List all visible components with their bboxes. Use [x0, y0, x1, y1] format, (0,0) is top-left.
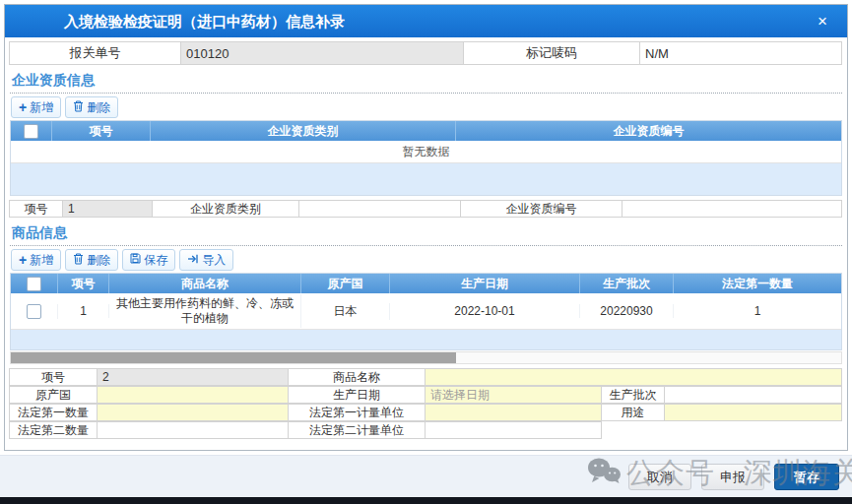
usage-label: 用途	[601, 404, 665, 421]
qual-category-input[interactable]	[298, 200, 461, 218]
save-draft-button[interactable]: 暂存	[774, 464, 839, 490]
qual-item-no-input[interactable]: 1	[62, 200, 153, 218]
cancel-button[interactable]: 取消	[628, 464, 691, 490]
legal-unit2-label: 法定第二计量单位	[288, 421, 426, 439]
legal-qty2-input[interactable]	[97, 421, 289, 439]
horizontal-scrollbar[interactable]	[10, 351, 842, 364]
qualification-add-button[interactable]: + 新增	[11, 96, 61, 118]
production-batch-input[interactable]	[664, 386, 842, 404]
empty-filler	[601, 421, 842, 439]
cell-item-no: 1	[58, 304, 109, 318]
col-qualification-number: 企业资质编号	[456, 121, 841, 141]
item-no-input[interactable]: 2	[97, 368, 289, 386]
import-label: 导入	[202, 252, 226, 269]
add-label: 新增	[30, 252, 53, 269]
qual-number-input[interactable]	[622, 200, 842, 218]
qualification-delete-button[interactable]: 删除	[65, 96, 118, 118]
qualification-section-title: 企业资质信息	[10, 65, 842, 94]
plus-icon: +	[19, 101, 27, 113]
production-batch-label: 生产批次	[601, 386, 665, 404]
cell-legal-qty1: 1	[674, 304, 841, 318]
qual-item-no-label: 项号	[9, 200, 63, 218]
qualification-grid: 项号 企业资质类别 企业资质编号 暂无数据	[10, 120, 842, 196]
goods-grid-filler	[11, 330, 841, 349]
dialog-title: 入境检验检疫证明（进口中药材）信息补录	[64, 13, 345, 30]
footer-bar: 取消 申报 暂存	[0, 455, 852, 498]
qual-category-label: 企业资质类别	[152, 200, 299, 218]
declaration-header-row: 报关单号 010120 标记唛码 N/M	[10, 41, 842, 65]
select-all-checkbox[interactable]	[27, 277, 41, 291]
cell-production-date: 2022-10-01	[390, 304, 580, 318]
row-checkbox-cell	[11, 304, 58, 319]
legal-unit1-input[interactable]	[425, 404, 602, 421]
select-all-cell	[11, 274, 58, 293]
goods-name-label: 商品名称	[288, 368, 426, 386]
delete-label: 删除	[87, 99, 110, 116]
row-checkbox[interactable]	[27, 304, 41, 319]
save-label: 保存	[144, 252, 167, 269]
scrollbar-thumb[interactable]	[11, 352, 456, 363]
production-date-label: 生产日期	[288, 386, 426, 404]
qualification-empty-text: 暂无数据	[11, 141, 841, 163]
goods-toolbar: + 新增 删除 保存 导入	[10, 246, 842, 273]
goods-name-input[interactable]	[425, 368, 842, 386]
origin-country-input[interactable]	[97, 386, 289, 404]
window-bottom-edge	[0, 497, 852, 504]
col-item-no: 项号	[52, 121, 151, 141]
cell-origin-country: 日本	[301, 303, 390, 320]
legal-qty1-input[interactable]	[97, 404, 289, 421]
delete-label: 删除	[87, 252, 110, 269]
declare-button[interactable]: 申报	[701, 464, 764, 490]
col-qualification-category: 企业资质类别	[151, 121, 456, 141]
cell-goods-name: 其他主要用作药料的鲜、冷、冻或干的植物	[109, 294, 301, 328]
goods-section-title: 商品信息	[10, 218, 842, 246]
decl-no-input[interactable]: 010120	[180, 41, 464, 65]
mark-code-value[interactable]: N/M	[639, 41, 842, 65]
qualification-detail-form: 项号 1 企业资质类别 企业资质编号	[10, 200, 842, 218]
plus-icon: +	[19, 254, 27, 266]
close-icon[interactable]: ×	[818, 5, 827, 37]
item-no-label: 项号	[9, 368, 98, 386]
usage-input[interactable]	[664, 404, 842, 421]
dialog-titlebar: 入境检验检疫证明（进口中药材）信息补录 ×	[5, 5, 847, 37]
legal-unit1-label: 法定第一计量单位	[288, 404, 426, 421]
qualification-grid-header: 项号 企业资质类别 企业资质编号	[11, 121, 841, 141]
select-all-checkbox[interactable]	[24, 124, 38, 139]
goods-table-row[interactable]: 1 其他主要用作药料的鲜、冷、冻或干的植物 日本 2022-10-01 2022…	[11, 293, 841, 330]
save-icon	[130, 253, 141, 267]
decl-no-label: 报关单号	[9, 41, 181, 65]
goods-grid-header: 项号 商品名称 原产国 生产日期 生产批次 法定第一数量	[11, 274, 841, 293]
origin-country-label: 原产国	[9, 386, 98, 404]
qualification-toolbar: + 新增 删除	[10, 94, 842, 120]
select-all-cell	[11, 121, 52, 141]
goods-add-button[interactable]: + 新增	[11, 249, 61, 271]
col-goods-name: 商品名称	[109, 274, 301, 293]
production-date-input[interactable]: 请选择日期	[425, 386, 602, 404]
col-production-batch: 生产批次	[580, 274, 674, 293]
goods-grid: 项号 商品名称 原产国 生产日期 生产批次 法定第一数量 1 其他主要用作药料的…	[10, 273, 842, 350]
import-icon	[187, 253, 199, 267]
legal-unit2-input[interactable]	[425, 421, 602, 439]
qual-number-label: 企业资质编号	[460, 200, 623, 218]
supplementary-info-dialog: 入境检验检疫证明（进口中药材）信息补录 × 报关单号 010120 标记唛码 N…	[4, 4, 848, 451]
goods-import-button[interactable]: 导入	[179, 249, 233, 271]
add-label: 新增	[30, 99, 53, 116]
trash-icon	[73, 253, 84, 268]
legal-qty1-label: 法定第一数量	[9, 404, 98, 421]
legal-qty2-label: 法定第二数量	[9, 421, 98, 439]
col-item-no: 项号	[58, 274, 109, 293]
cell-production-batch: 20220930	[580, 304, 674, 318]
trash-icon	[73, 100, 84, 115]
goods-save-button[interactable]: 保存	[122, 249, 175, 271]
mark-code-label: 标记唛码	[463, 41, 640, 65]
goods-detail-form: 项号 2 商品名称 原产国 生产日期 请选择日期 生产批次 法定第一数量 法定第	[10, 368, 842, 439]
goods-delete-button[interactable]: 删除	[65, 249, 118, 271]
col-legal-qty1: 法定第一数量	[674, 274, 841, 293]
screen: 入境检验检疫证明（进口中药材）信息补录 × 报关单号 010120 标记唛码 N…	[0, 0, 852, 504]
col-production-date: 生产日期	[390, 274, 580, 293]
col-origin-country: 原产国	[301, 274, 390, 293]
qualification-grid-filler	[11, 163, 841, 195]
